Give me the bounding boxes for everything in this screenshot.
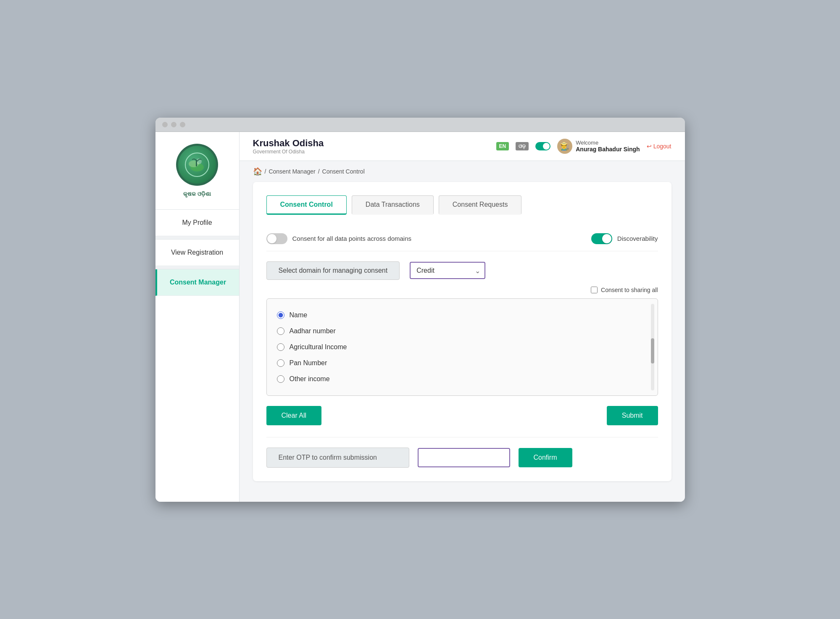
- home-icon[interactable]: 🏠: [253, 167, 262, 176]
- traffic-red: [162, 122, 168, 127]
- submit-button[interactable]: Submit: [607, 406, 658, 425]
- consent-sharing-row: Consent to sharing all: [266, 287, 658, 293]
- radio-pan[interactable]: [277, 359, 284, 367]
- logo-text: କୃଷକ ଓଡ଼ିଶା: [183, 191, 211, 198]
- topbar-toggle[interactable]: [535, 142, 550, 150]
- scrollbar-thumb[interactable]: [651, 338, 654, 363]
- logout-button[interactable]: ↩ Logout: [647, 143, 671, 150]
- tab-consent-requests[interactable]: Consent Requests: [439, 195, 522, 215]
- domain-select[interactable]: Credit Agriculture Health Finance: [410, 262, 485, 279]
- buttons-row: Clear All Submit: [266, 406, 658, 425]
- avatar: 👨‍🌾: [557, 139, 572, 154]
- lang-en-badge[interactable]: EN: [496, 142, 509, 150]
- domain-label: Select domain for managing consent: [266, 261, 400, 280]
- discoverability-label: Discoverability: [617, 235, 658, 242]
- discoverability-toggle-group: Discoverability: [591, 233, 658, 244]
- otp-divider: [266, 437, 658, 437]
- sidebar-nav: My Profile View Registration Consent Man…: [155, 210, 239, 502]
- radio-item-name[interactable]: Name: [277, 307, 648, 323]
- radio-aadhar[interactable]: [277, 327, 284, 335]
- sidebar-item-view-registration[interactable]: View Registration: [155, 240, 239, 266]
- consent-all-label: Consent for all data points across domai…: [292, 235, 411, 242]
- traffic-yellow: [171, 122, 176, 127]
- clear-all-button[interactable]: Clear All: [266, 406, 322, 425]
- consent-sharing-label: Consent to sharing all: [601, 287, 658, 293]
- brand-name: Krushak Odisha: [253, 138, 324, 149]
- radio-label-agri-income: Agricultural Income: [290, 343, 347, 351]
- svg-rect-4: [196, 160, 197, 166]
- content-area: Consent Control Data Transactions Consen…: [240, 182, 685, 502]
- scrollbar-track: [651, 304, 654, 390]
- tab-consent-control[interactable]: Consent Control: [266, 195, 347, 215]
- radio-list-container: Name Aadhar number Agricultural Income: [266, 298, 658, 396]
- main-card: Consent Control Data Transactions Consen…: [253, 182, 671, 481]
- radio-item-agri-income[interactable]: Agricultural Income: [277, 339, 648, 355]
- domain-row: Select domain for managing consent Credi…: [266, 261, 658, 280]
- consent-all-toggle-group: Consent for all data points across domai…: [266, 233, 411, 244]
- radio-agri-income[interactable]: [277, 343, 284, 351]
- sidebar-logo: କୃଷକ ଓଡ଼ିଶା: [155, 132, 239, 210]
- topbar-right: EN ଓଡ଼ 👨‍🌾 Welcome Anurag Bahadur Singh …: [496, 139, 671, 154]
- radio-item-other-income[interactable]: Other income: [277, 371, 648, 387]
- titlebar: [155, 118, 685, 132]
- tab-data-transactions[interactable]: Data Transactions: [352, 195, 434, 215]
- sidebar: କୃଷକ ଓଡ଼ିଶା My Profile View Registration…: [155, 132, 240, 502]
- otp-row: Enter OTP to confirm submission Confirm: [266, 448, 658, 468]
- radio-name[interactable]: [277, 311, 284, 319]
- toggle-row: Consent for all data points across domai…: [266, 227, 658, 251]
- sidebar-item-consent-manager[interactable]: Consent Manager: [155, 269, 239, 296]
- app-window: କୃଷକ ଓଡ଼ିଶା My Profile View Registration…: [155, 118, 685, 502]
- topbar: Krushak Odisha Government Of Odisha EN ଓ…: [240, 132, 685, 161]
- sidebar-item-my-profile[interactable]: My Profile: [155, 210, 239, 236]
- welcome-text: Welcome: [576, 140, 640, 146]
- radio-label-aadhar: Aadhar number: [290, 327, 336, 335]
- user-name: Anurag Bahadur Singh: [576, 146, 640, 153]
- domain-select-wrapper: Credit Agriculture Health Finance: [410, 262, 485, 279]
- user-details: Welcome Anurag Bahadur Singh: [576, 140, 640, 153]
- radio-item-pan[interactable]: Pan Number: [277, 355, 648, 371]
- radio-label-other-income: Other income: [290, 375, 330, 383]
- radio-other-income[interactable]: [277, 375, 284, 383]
- breadcrumb-sep-2: /: [318, 168, 320, 175]
- logout-icon: ↩: [647, 143, 652, 150]
- traffic-green: [180, 122, 185, 127]
- logo-inner: [178, 146, 216, 184]
- consent-sharing-checkbox[interactable]: [591, 287, 598, 293]
- otp-input[interactable]: [418, 448, 510, 467]
- lang-odia-badge[interactable]: ଓଡ଼: [516, 142, 529, 150]
- main-content: Krushak Odisha Government Of Odisha EN ଓ…: [240, 132, 685, 502]
- brand-sub: Government Of Odisha: [253, 149, 324, 155]
- otp-label: Enter OTP to confirm submission: [266, 448, 409, 468]
- tabs: Consent Control Data Transactions Consen…: [266, 195, 658, 215]
- discoverability-toggle[interactable]: [591, 233, 612, 244]
- radio-label-pan: Pan Number: [290, 359, 327, 367]
- breadcrumb-sep-1: /: [265, 168, 266, 175]
- radio-item-aadhar[interactable]: Aadhar number: [277, 323, 648, 339]
- sidebar-divider-1: [155, 236, 239, 240]
- breadcrumb-consent-control: Consent Control: [322, 168, 365, 175]
- logo-svg: [184, 152, 210, 177]
- brand: Krushak Odisha Government Of Odisha: [253, 138, 324, 155]
- logo-circle: [176, 144, 218, 186]
- user-info: 👨‍🌾 Welcome Anurag Bahadur Singh: [557, 139, 640, 154]
- sidebar-divider-2: [155, 266, 239, 269]
- consent-all-toggle[interactable]: [266, 233, 287, 244]
- breadcrumb-consent-manager[interactable]: Consent Manager: [269, 168, 315, 175]
- confirm-button[interactable]: Confirm: [519, 448, 572, 467]
- radio-label-name: Name: [290, 311, 308, 319]
- breadcrumb: 🏠 / Consent Manager / Consent Control: [240, 161, 685, 182]
